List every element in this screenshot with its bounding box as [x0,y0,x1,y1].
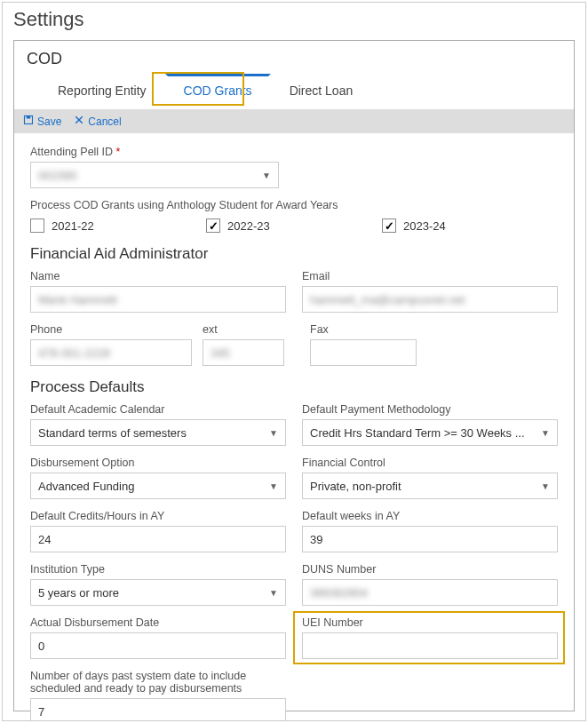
actual-disb-input[interactable]: 0 [30,632,286,659]
chevron-down-icon: ▼ [541,428,550,438]
tab-cod-grants[interactable]: COD Grants [165,74,271,109]
close-icon [74,115,84,128]
credits-label: Default Credits/Hours in AY [30,510,286,522]
institution-type-label: Institution Type [30,563,286,576]
days-past-input[interactable]: 7 [30,698,286,721]
cancel-button[interactable]: Cancel [74,115,121,128]
phone-label: Phone [30,323,192,336]
checkbox-2023-24-label: 2023-24 [403,219,446,233]
fax-input[interactable] [310,339,417,366]
process-defaults-title: Process Defaults [30,378,558,396]
credits-input[interactable]: 24 [30,526,286,552]
cancel-label: Cancel [88,115,121,128]
phone-input[interactable]: 478-301-2228 [30,339,192,366]
uei-input[interactable] [302,632,558,659]
disbursement-option-select[interactable]: Advanced Funding ▼ [30,473,286,499]
chevron-down-icon: ▼ [541,481,550,491]
panel-title: COD [14,41,574,74]
uei-label: UEI Number [302,616,558,629]
ext-input[interactable]: 345 [203,339,284,366]
checkbox-2021-22[interactable] [30,218,44,233]
attending-pell-select[interactable]: 001580 ▼ [30,162,279,188]
checkbox-2021-22-label: 2021-22 [52,219,94,233]
chevron-down-icon: ▼ [269,481,278,491]
svg-rect-1 [27,116,31,119]
checkbox-2023-24[interactable] [382,218,396,233]
save-button[interactable]: Save [23,115,61,128]
duns-label: DUNS Number [302,563,558,576]
weeks-input[interactable]: 39 [302,526,558,552]
save-icon [23,115,34,128]
actual-disb-label: Actual Disbursement Date [30,616,286,629]
toolbar: Save Cancel [14,109,574,133]
email-input[interactable]: hammett_ma@campusnet.net [302,286,558,313]
duns-input[interactable]: 389382654 [302,579,558,606]
chevron-down-icon: ▼ [262,171,271,180]
cod-panel: COD Reporting Entity COD Grants Direct L… [13,40,575,711]
name-input[interactable]: Marie Hammett [30,286,286,313]
ext-label: ext [203,323,284,336]
name-label: Name [30,270,286,282]
financial-control-select[interactable]: Private, non-profit ▼ [302,473,558,499]
chevron-down-icon: ▼ [269,588,278,598]
checkbox-2022-23-label: 2022-23 [227,219,270,233]
attending-pell-label: Attending Pell ID * [30,146,558,158]
payment-methodology-label: Default Payment Methodology [302,403,558,416]
attending-pell-value: 001580 [38,169,76,182]
checkbox-2022-23[interactable] [206,218,220,233]
financial-control-label: Financial Control [302,457,558,469]
institution-type-select[interactable]: 5 years or more ▼ [30,579,286,606]
academic-calendar-select[interactable]: Standard terms of semesters ▼ [30,419,286,446]
weeks-label: Default weeks in AY [302,510,558,522]
chevron-down-icon: ▼ [269,428,278,438]
academic-calendar-label: Default Academic Calendar [30,403,286,416]
email-label: Email [302,270,558,282]
payment-methodology-select[interactable]: Credit Hrs Standard Term >= 30 Weeks ...… [302,419,558,446]
tab-reporting-entity[interactable]: Reporting Entity [39,74,165,109]
tab-bar: Reporting Entity COD Grants Direct Loan [14,74,574,109]
disbursement-option-label: Disbursement Option [30,457,286,469]
fa-admin-title: Financial Aid Administrator [30,245,558,263]
process-cod-label: Process COD Grants using Anthology Stude… [30,199,558,211]
page-title: Settings [3,3,585,40]
tab-direct-loan[interactable]: Direct Loan [271,74,372,109]
save-label: Save [37,115,61,128]
days-past-label: Number of days past system date to inclu… [30,670,279,695]
fax-label: Fax [310,323,417,336]
